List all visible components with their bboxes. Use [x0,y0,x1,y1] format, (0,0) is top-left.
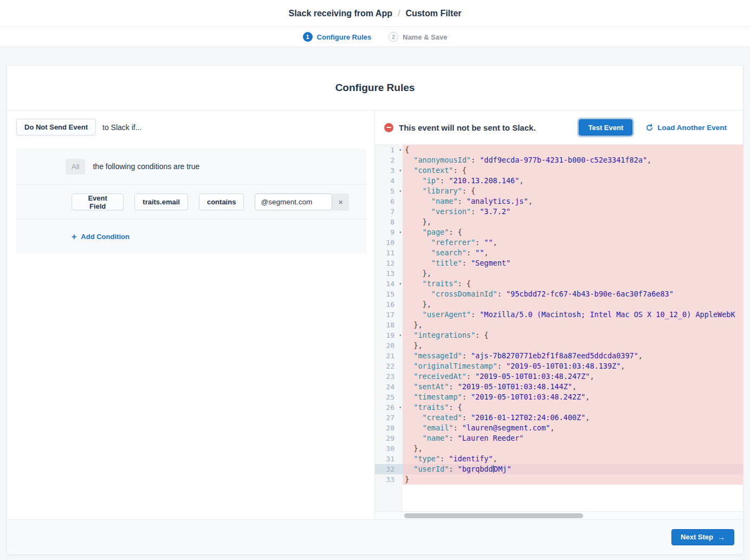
code-content: "originalTimestamp": "2019-05-10T01:03:4… [403,361,743,371]
line-number: 15 [375,289,403,299]
gutter-cell: 21 [375,351,403,361]
remove-condition-button[interactable]: × [332,194,349,211]
code-content: "context": { [403,165,743,176]
line-number: 24 [375,382,403,392]
code-line[interactable]: 26▾ "traits": { [375,402,743,413]
code-content: "messageId": "ajs-7b8270771eb2f1f8a87eed… [403,351,743,361]
horizontal-scrollbar[interactable] [375,511,743,519]
code-line[interactable]: 11 "search": "", [375,248,743,258]
step-label: Configure Rules [317,33,371,41]
fold-arrow-icon[interactable]: ▾ [399,165,402,176]
gutter-cell: 31 [375,454,403,464]
code-line[interactable]: 20 }, [375,340,743,351]
code-content: "timestamp": "2019-05-10T01:03:48.242Z", [403,392,743,402]
code-line[interactable]: 24 "sentAt": "2019-05-10T01:03:48.144Z", [375,382,743,392]
code-content: "search": "", [403,248,743,258]
line-number: 29 [375,433,403,443]
condition-type-button[interactable]: Event Field [72,194,124,210]
code-content: "crossDomainId": "95cbdd72-fc67-4b43-b90… [403,289,743,299]
code-line[interactable]: 3▾ "context": { [375,165,743,176]
code-line[interactable]: 8 }, [375,217,743,227]
line-number: 16 [375,299,403,310]
code-line[interactable]: 6 "name": "analytics.js", [375,196,743,207]
gutter-cell: 2 [375,155,403,165]
code-content: }, [403,268,743,279]
scrollbar-thumb[interactable] [404,513,583,518]
next-step-button[interactable]: Next Step → [671,529,734,545]
gutter-cell: 9▾ [375,227,403,237]
code-line[interactable]: 14▾ "traits": { [375,279,743,289]
code-content: "userId": "bgrqbddDMj" [403,464,743,474]
step-name-save[interactable]: 2 Name & Save [389,32,447,42]
code-content: "name": "analytics.js", [403,196,743,207]
code-line[interactable]: 23 "receivedAt": "2019-05-10T01:03:48.24… [375,371,743,382]
gutter-cell: 5▾ [375,186,403,196]
code-line[interactable]: 18 }, [375,320,743,330]
gutter-cell: 27 [375,413,403,423]
code-line[interactable]: 5▾ "library": { [375,186,743,196]
code-line[interactable]: 12 "title": "Segment" [375,258,743,268]
step-configure-rules[interactable]: 1 Configure Rules [303,32,371,42]
gutter-cell: 19▾ [375,330,403,340]
gutter-cell: 3▾ [375,165,403,176]
gutter-cell: 26▾ [375,402,403,413]
code-line[interactable]: 1▾{ [375,145,743,155]
test-event-button[interactable]: Test Event [579,119,632,136]
code-line[interactable]: 30 }, [375,443,743,454]
line-number: 6 [375,196,403,207]
fold-arrow-icon[interactable]: ▾ [399,402,402,413]
event-preview-panel: This event will not be sent to Slack. Te… [375,111,743,519]
code-line[interactable]: 19▾ "integrations": { [375,330,743,340]
code-line[interactable]: 16 }, [375,299,743,310]
breadcrumb-destination[interactable]: Slack receiving from App [288,9,392,18]
json-editor[interactable]: 1▾{2 "anonymousId": "ddf9ecda-977b-4231-… [375,145,743,519]
code-line[interactable]: 32 "userId": "bgrqbddDMj" [375,464,743,474]
code-line[interactable]: 29 "name": "Lauren Reeder" [375,433,743,443]
code-line[interactable]: 2 "anonymousId": "ddf9ecda-977b-4231-b00… [375,155,743,165]
code-line[interactable]: 25 "timestamp": "2019-05-10T01:03:48.242… [375,392,743,402]
fold-arrow-icon[interactable]: ▾ [399,279,402,289]
gutter-cell: 6 [375,196,403,207]
do-not-send-event-button[interactable]: Do Not Send Event [16,119,96,136]
line-number: 13 [375,268,403,279]
load-another-event-link[interactable]: Load Another Event [645,124,727,132]
fold-arrow-icon[interactable]: ▾ [399,145,402,155]
fold-arrow-icon[interactable]: ▾ [399,227,402,237]
line-number: 8 [375,217,403,227]
code-line[interactable]: 13 }, [375,268,743,279]
code-line[interactable]: 28 "email": "lauren@segment.com", [375,423,743,433]
fold-arrow-icon[interactable]: ▾ [399,186,402,196]
refresh-icon [645,124,654,132]
line-number: 27 [375,413,403,423]
gutter-cell: 7 [375,207,403,217]
condition-value-input[interactable] [255,194,332,210]
operator-badge[interactable]: All [66,159,85,175]
line-number: 30 [375,443,403,454]
condition-field-button[interactable]: traits.email [134,194,188,210]
code-content: }, [403,340,743,351]
code-line[interactable]: 9▾ "page": { [375,227,743,237]
code-line[interactable]: 4 "ip": "210.13.208.146", [375,176,743,186]
condition-operator-button[interactable]: contains [199,194,244,210]
line-number: 7 [375,207,403,217]
code-line[interactable]: 10 "referrer": "", [375,237,743,248]
code-line[interactable]: 17 "userAgent": "Mozilla/5.0 (Macintosh;… [375,310,743,320]
code-line[interactable]: 21 "messageId": "ajs-7b8270771eb2f1f8a87… [375,351,743,361]
code-content: "email": "lauren@segment.com", [403,423,743,433]
blocked-minus-icon [384,123,393,132]
gutter-cell: 29 [375,433,403,443]
gutter-cell: 1▾ [375,145,403,155]
add-condition-button[interactable]: + Add Condition [16,220,366,254]
code-line[interactable]: 33} [375,474,743,485]
fold-arrow-icon[interactable]: ▾ [399,330,402,340]
code-line[interactable]: 15 "crossDomainId": "95cbdd72-fc67-4b43-… [375,289,743,299]
code-content: "page": { [403,227,743,237]
gutter-cell: 20 [375,340,403,351]
code-line[interactable]: 31 "type": "identify", [375,454,743,464]
code-line[interactable]: 22 "originalTimestamp": "2019-05-10T01:0… [375,361,743,371]
code-line[interactable]: 7 "version": "3.7.2" [375,207,743,217]
code-content: "sentAt": "2019-05-10T01:03:48.144Z", [403,382,743,392]
code-line[interactable]: 27 "created": "2016-01-12T02:24:06.400Z"… [375,413,743,423]
code-content: "anonymousId": "ddf9ecda-977b-4231-b000-… [403,155,743,165]
gutter-cell: 24 [375,382,403,392]
